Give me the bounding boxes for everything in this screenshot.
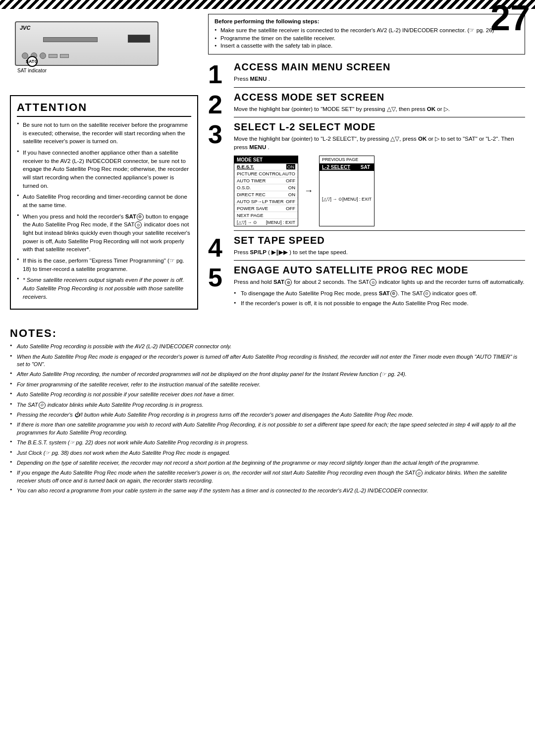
step-5: 5 ENGAGE AUTO SATELLITE PROG REC MODE Pr…	[208, 265, 525, 313]
sat-indicator-label: SAT indicator	[17, 68, 47, 73]
mode-box2-title: L-2 SELECT SAT	[320, 163, 374, 171]
before-steps-title: Before performing the following steps:	[214, 18, 519, 24]
step-1-heading: ACCESS MAIN MENU SCREEN	[234, 61, 525, 73]
note-4: For timer programming of the satellite r…	[10, 381, 525, 388]
step-1-content: ACCESS MAIN MENU SCREEN Press MENU .	[234, 61, 525, 88]
attention-item-3: Auto Satellite Prog recording and timer-…	[17, 193, 191, 209]
mode-box2-prev: PREVIOUS PAGE	[320, 156, 374, 163]
step-5-bullet-2: If the recorder's power is off, it is no…	[234, 299, 525, 307]
mode-row-next: NEXT PAGE	[234, 212, 298, 219]
note-13: You can also record a programme from you…	[10, 487, 525, 494]
step-3-heading: SELECT L-2 SELECT MODE	[234, 121, 525, 133]
notes-section: NOTES: Auto Satellite Prog recording is …	[0, 322, 535, 507]
step-4-number: 4	[208, 235, 230, 261]
step-4-content: SET TAPE SPEED Press SP/LP ( ▶‖▶▶ ) to s…	[234, 235, 525, 261]
before-steps-list: Make sure the satellite receiver is conn…	[214, 27, 519, 49]
step-2-number: 2	[208, 92, 230, 117]
mode-row-osd: O.S.D.ON	[234, 184, 298, 191]
note-9: The B.E.S.T. system (☞ pg. 22) does not …	[10, 439, 525, 446]
stripe-bar	[0, 0, 535, 9]
mode-row-picture: PICTURE CONTROLAUTO	[234, 170, 298, 177]
step-3-content: SELECT L-2 SELECT MODE Move the highligh…	[234, 121, 525, 230]
step-5-desc: Press and hold SAT⊙ for about 2 seconds.…	[234, 278, 525, 286]
note-8: If there is more than one satellite prog…	[10, 421, 525, 436]
sat-badge-icon: SAT⊙	[27, 56, 38, 67]
mode-box2-space	[320, 171, 374, 196]
step-5-bullets: To disengage the Auto Satellite Prog Rec…	[234, 289, 525, 307]
note-3: After Auto Satellite Prog recording, the…	[10, 371, 525, 378]
mode-row-best: B.E.S.T. ON	[234, 163, 298, 170]
step-5-heading: ENGAGE AUTO SATELLITE PROG REC MODE	[234, 265, 525, 276]
before-step-1: Make sure the satellite receiver is conn…	[214, 27, 519, 34]
note-6: The SAT⊙ indicator blinks while Auto Sat…	[10, 401, 525, 409]
notes-list: Auto Satellite Prog recording is possibl…	[10, 343, 525, 494]
attention-item-2: If you have connected another appliance …	[17, 149, 191, 190]
note-11: Depending on the type of satellite recei…	[10, 459, 525, 467]
step-4: 4 SET TAPE SPEED Press SP/LP ( ▶‖▶▶ ) to…	[208, 235, 525, 261]
mode-row-auto: AUTO SP→LP TIMEROFF	[234, 198, 298, 205]
vcr-brand: JVC	[20, 25, 30, 31]
note-5: Auto Satellite Prog recording is not pos…	[10, 391, 525, 398]
step-2-heading: ACCESS MODE SET SCREEN	[234, 92, 525, 103]
step-2-desc: Move the highlight bar (pointer) to "MOD…	[234, 105, 525, 113]
mode-set-diagram: MODE SET B.E.S.T. ON PICTURE CONTROLAUTO…	[234, 156, 525, 226]
vcr-btn-rect2	[60, 54, 69, 58]
left-column: JVC SAT⊙ SAT indicator	[10, 14, 198, 317]
before-step-3: Insert a cassette with the safety tab in…	[214, 43, 519, 49]
step-3: 3 SELECT L-2 SELECT MODE Move the highli…	[208, 121, 525, 230]
mode-box-1: MODE SET B.E.S.T. ON PICTURE CONTROLAUTO…	[234, 156, 298, 226]
step-1-desc: Press MENU .	[234, 75, 525, 83]
before-steps-box: Before performing the following steps: M…	[208, 14, 525, 54]
note-2: When the Auto Satellite Prog Rec mode is…	[10, 353, 525, 369]
step-5-content: ENGAGE AUTO SATELLITE PROG REC MODE Pres…	[234, 265, 525, 313]
mode-row-direct: DIRECT RECON	[234, 191, 298, 198]
note-10: Just Clock (☞ pg. 38) does not work when…	[10, 449, 525, 457]
step-1: 1 ACCESS MAIN MENU SCREEN Press MENU .	[208, 61, 525, 88]
step-3-number: 3	[208, 121, 230, 147]
vcr-tape-slot	[43, 37, 98, 42]
note-7: Pressing the recorder's ⏻/I button while…	[10, 411, 525, 419]
step-2-content: ACCESS MODE SET SCREEN Move the highligh…	[234, 92, 525, 118]
attention-list: Be sure not to turn on the satellite rec…	[17, 121, 191, 301]
attention-item-5: If this is the case, perform "Express Ti…	[17, 257, 191, 273]
step-5-bullet-1: To disengage the Auto Satellite Prog Rec…	[234, 289, 525, 297]
mode-box-title: MODE SET	[234, 156, 298, 163]
attention-item-4: When you press and hold the recorder's S…	[17, 213, 191, 254]
step-1-number: 1	[208, 61, 230, 87]
attention-box: ATTENTION Be sure not to turn on the sat…	[10, 95, 198, 310]
attention-item-1: Be sure not to turn on the satellite rec…	[17, 121, 191, 146]
mode-row-timer: AUTO TIMEROFF	[234, 177, 298, 184]
mode-box2-nav: [△▽] → ⊙[MENU] : EXIT	[320, 196, 374, 203]
step-2: 2 ACCESS MODE SET SCREEN Move the highli…	[208, 92, 525, 118]
vcr-illustration: JVC SAT⊙ SAT indicator	[10, 14, 178, 88]
mode-box-2: PREVIOUS PAGE L-2 SELECT SAT [△▽] → ⊙[ME…	[319, 156, 374, 226]
step-4-heading: SET TAPE SPEED	[234, 235, 525, 246]
vcr-display	[128, 35, 150, 43]
step-4-desc: Press SP/LP ( ▶‖▶▶ ) to set the tape spe…	[234, 248, 525, 257]
diagram-arrow: →	[302, 156, 315, 226]
step-3-desc: Move the highlight bar (pointer) to "L-2…	[234, 135, 525, 151]
attention-title: ATTENTION	[17, 101, 191, 117]
mode-row-power: POWER SAVEOFF	[234, 205, 298, 212]
attention-item-note: * Some satellite receivers output signal…	[17, 276, 191, 301]
note-1: Auto Satellite Prog recording is possibl…	[10, 343, 525, 350]
before-step-2: Programme the timer on the satellite rec…	[214, 35, 519, 41]
mode-box-nav: [△▽] → ⊙[MENU] : EXIT	[234, 219, 298, 226]
step-5-number: 5	[208, 265, 230, 290]
right-column: Before performing the following steps: M…	[208, 14, 525, 317]
note-12: If you engage the Auto Satellite Prog Re…	[10, 469, 525, 485]
notes-title: NOTES:	[10, 327, 525, 340]
vcr-btn-rect	[49, 54, 57, 58]
